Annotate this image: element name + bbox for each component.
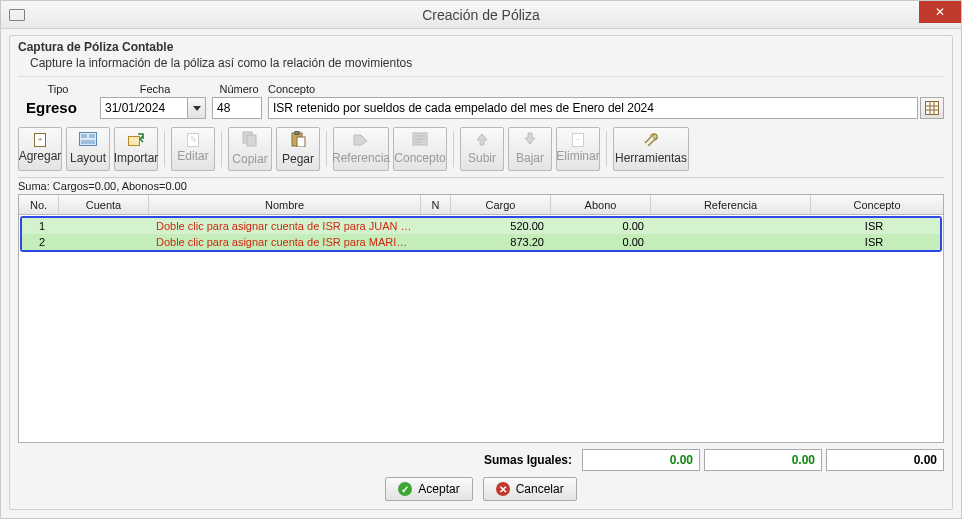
pegar-button[interactable]: Pegar [276,127,320,171]
x-icon: ✕ [496,482,510,496]
copy-icon [242,131,258,150]
svg-rect-13 [295,131,299,134]
svg-rect-14 [297,137,305,147]
delete-page-icon: − [572,133,584,147]
herramientas-button[interactable]: Herramientas [613,127,689,171]
eliminar-label: Eliminar [556,149,599,163]
toolbar: + Agregar Layout Importar ✎ Editar [18,127,944,171]
cell-no: 2 [22,236,62,248]
content-area: Captura de Póliza Contable Capture la in… [1,29,961,518]
sum-line: Suma: Cargos=0.00, Abonos=0.00 [18,177,944,192]
separator [221,131,222,167]
table-row[interactable]: 1 Doble clic para asignar cuenta de ISR … [22,218,940,234]
wrench-icon [642,132,660,149]
concepto-col: Concepto [268,83,944,119]
cell-nombre: Doble clic para asignar cuenta de ISR pa… [152,220,418,232]
svg-rect-11 [247,135,256,146]
add-page-icon: + [34,133,46,147]
copiar-button: Copiar [228,127,272,171]
numero-col: Número [212,83,266,119]
bajar-button: Bajar [508,127,552,171]
fecha-label: Fecha [100,83,210,95]
cell-abono: 0.00 [548,236,648,248]
eliminar-button: − Eliminar [556,127,600,171]
grid-body[interactable]: 1 Doble clic para asignar cuenta de ISR … [19,215,943,442]
rows-highlight: 1 Doble clic para asignar cuenta de ISR … [20,216,942,252]
fecha-dropdown-button[interactable] [188,97,206,119]
editar-label: Editar [177,149,208,163]
layout-label: Layout [70,151,106,165]
svg-rect-7 [89,134,95,138]
action-row: ✓ Aceptar ✕ Cancelar [18,477,944,501]
concepto-lookup-button[interactable] [920,97,944,119]
cell-nombre: Doble clic para asignar cuenta de ISR pa… [152,236,418,248]
close-button[interactable]: ✕ [919,1,961,23]
col-n[interactable]: N [421,195,451,214]
movements-grid: No. Cuenta Nombre N Cargo Abono Referenc… [18,194,944,443]
concepto-label: Concepto [268,83,944,95]
col-abono[interactable]: Abono [551,195,651,214]
referencia-button: Referencia [333,127,389,171]
concepto-icon [412,132,428,149]
app-icon [9,9,25,21]
col-concepto[interactable]: Concepto [811,195,943,214]
sum-abono: 0.00 [704,449,822,471]
footer-sums: Sumas Iguales: 0.00 0.00 0.00 [18,449,944,471]
col-cargo[interactable]: Cargo [451,195,551,214]
close-icon: ✕ [935,5,945,19]
concepto-input[interactable] [268,97,918,119]
numero-label: Número [212,83,266,95]
numero-input[interactable] [212,97,262,119]
section-desc: Capture la información de la póliza así … [18,56,944,70]
fecha-wrap [100,97,210,119]
grid-icon [923,100,941,116]
accept-button[interactable]: ✓ Aceptar [385,477,472,501]
main-panel: Captura de Póliza Contable Capture la in… [9,35,953,510]
cell-abono: 0.00 [548,220,648,232]
agregar-button[interactable]: + Agregar [18,127,62,171]
separator [453,131,454,167]
subir-label: Subir [468,151,496,165]
cell-no: 1 [22,220,62,232]
svg-point-19 [653,134,657,138]
separator [606,131,607,167]
table-row[interactable]: 2 Doble clic para asignar cuenta de ISR … [22,234,940,250]
arrow-down-icon [523,132,537,149]
cancel-label: Cancelar [516,482,564,496]
fecha-col: Fecha [100,83,210,119]
concepto-wrap [268,97,944,119]
sum-cargo: 0.00 [582,449,700,471]
layout-icon [79,132,97,149]
window-title: Creación de Póliza [1,7,961,23]
copiar-label: Copiar [232,152,267,166]
tipo-label: Tipo [18,83,98,95]
fecha-input[interactable] [100,97,188,119]
separator [326,131,327,167]
col-nombre[interactable]: Nombre [149,195,421,214]
check-icon: ✓ [398,482,412,496]
importar-button[interactable]: Importar [114,127,158,171]
col-cuenta[interactable]: Cuenta [59,195,149,214]
chevron-down-icon [193,106,201,111]
form-row: Tipo Egreso Fecha Número Concepto [18,83,944,119]
cell-concepto: ISR [808,220,940,232]
svg-rect-8 [81,140,95,144]
bajar-label: Bajar [516,151,544,165]
svg-rect-6 [81,134,87,138]
tag-icon [353,132,369,149]
importar-label: Importar [114,151,159,165]
separator [164,131,165,167]
divider [18,76,944,77]
sumas-label: Sumas Iguales: [484,453,572,467]
col-no[interactable]: No. [19,195,59,214]
cancel-button[interactable]: ✕ Cancelar [483,477,577,501]
edit-page-icon: ✎ [187,133,199,147]
pegar-label: Pegar [282,152,314,166]
paste-icon [290,131,306,150]
layout-button[interactable]: Layout [66,127,110,171]
import-icon [128,132,144,149]
accept-label: Aceptar [418,482,459,496]
referencia-label: Referencia [332,151,390,165]
herramientas-label: Herramientas [615,151,687,165]
col-referencia[interactable]: Referencia [651,195,811,214]
